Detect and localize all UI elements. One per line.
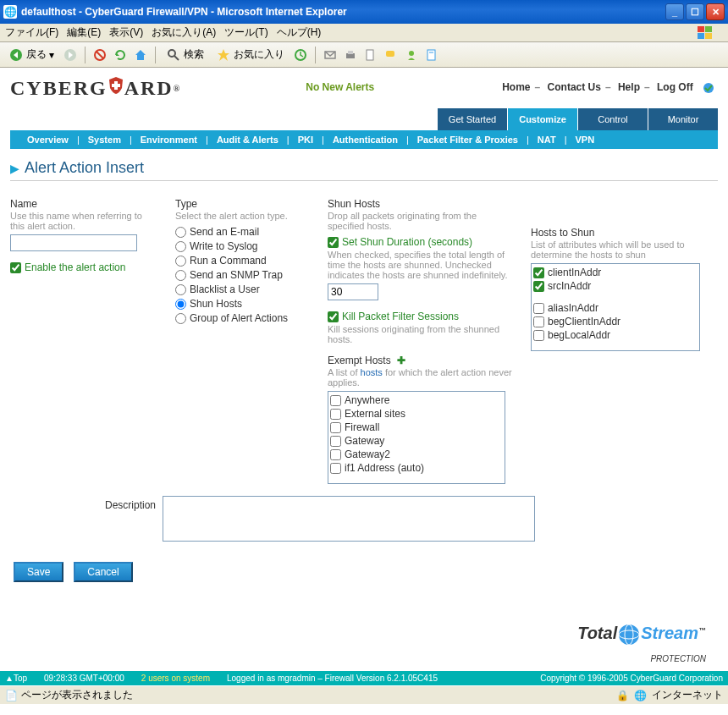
svg-point-8 <box>168 50 175 57</box>
list-item[interactable]: clientInAddr <box>533 266 698 279</box>
kill-sessions-checkbox[interactable] <box>328 311 339 322</box>
nav-packet-filter[interactable]: Packet Filter & Proxies <box>409 135 527 145</box>
nav-system[interactable]: System <box>80 135 130 145</box>
footer-login: Logged in as mgradmin – Firewall Version… <box>227 674 438 683</box>
shield-icon <box>108 76 124 100</box>
description-textarea[interactable] <box>163 496 535 542</box>
add-exempt-host-button[interactable]: ✚ <box>397 355 405 366</box>
page-title-arrow-icon: ▶ <box>10 162 19 175</box>
sub-navbar: Overview| System| Environment| Audit & A… <box>10 130 718 149</box>
status-text: ページが表示されました <box>21 688 133 702</box>
tab-monitor[interactable]: Monitor <box>648 108 718 130</box>
exempt-hosts-listbox[interactable]: AnywhereExternal sitesFirewallGatewayGat… <box>328 391 505 484</box>
type-radio-write-to-syslog[interactable]: Write to Syslog <box>175 240 311 252</box>
print-button[interactable] <box>343 47 358 63</box>
menu-tools[interactable]: ツール(T) <box>224 25 267 40</box>
duration-input[interactable] <box>328 283 378 300</box>
edit-button[interactable] <box>363 47 378 63</box>
nav-overview[interactable]: Overview <box>19 135 77 145</box>
nav-environment[interactable]: Environment <box>132 135 206 145</box>
svg-point-16 <box>409 51 414 56</box>
link-home[interactable]: Home <box>502 81 530 93</box>
tab-get-started[interactable]: Get Started <box>438 108 507 130</box>
minimize-button[interactable]: _ <box>665 3 684 20</box>
tab-customize[interactable]: Customize <box>508 108 577 130</box>
menu-favorites[interactable]: お気に入り(A) <box>152 25 216 40</box>
svg-rect-13 <box>348 51 353 54</box>
favorites-button[interactable]: お気に入り <box>212 46 288 64</box>
link-contact[interactable]: Contact Us <box>548 81 601 93</box>
list-item[interactable]: Anywhere <box>330 393 503 407</box>
hosts-to-shun-listbox[interactable]: clientInAddrsrcInAddraliasInAddrbegClien… <box>531 263 700 351</box>
footer-top-link[interactable]: ▲Top <box>5 674 27 683</box>
type-radio-run-a-command[interactable]: Run a Command <box>175 255 311 267</box>
home-button[interactable] <box>133 47 148 63</box>
star-icon <box>216 47 231 63</box>
list-item[interactable]: begClientInAddr <box>533 315 698 328</box>
description-label: Description <box>10 496 163 511</box>
list-item[interactable]: Gateway <box>330 434 503 448</box>
set-shun-duration-checkbox[interactable] <box>328 237 339 248</box>
menu-edit[interactable]: 編集(E) <box>67 25 101 40</box>
save-button[interactable]: Save <box>14 562 63 582</box>
link-logoff[interactable]: Log Off <box>657 81 693 93</box>
menu-file[interactable]: ファイル(F) <box>5 25 58 40</box>
list-item[interactable]: Gateway2 <box>330 448 503 461</box>
mail-button[interactable] <box>323 47 338 63</box>
nav-audit-alerts[interactable]: Audit & Alerts <box>208 135 287 145</box>
ie-icon: 🌐 <box>3 5 17 19</box>
svg-rect-15 <box>386 51 394 57</box>
nav-nat[interactable]: NAT <box>529 135 565 145</box>
hosts-link[interactable]: hosts <box>361 367 383 377</box>
svg-rect-3 <box>705 33 712 39</box>
windows-flag-icon <box>696 25 714 41</box>
enable-action-label: Enable the alert action <box>25 261 125 273</box>
search-icon <box>166 47 181 63</box>
name-input[interactable] <box>10 234 137 251</box>
svg-rect-17 <box>427 50 435 60</box>
list-item[interactable]: srcInAddr <box>533 279 698 293</box>
menu-help[interactable]: ヘルプ(H) <box>277 25 322 40</box>
type-radio-blacklist-a-user[interactable]: Blacklist a User <box>175 283 311 295</box>
globe-ok-icon <box>703 82 714 94</box>
list-item[interactable]: aliasInAddr <box>533 301 698 315</box>
refresh-button[interactable] <box>113 47 128 63</box>
nav-authentication[interactable]: Authentication <box>324 135 406 145</box>
menu-view[interactable]: 表示(V) <box>109 25 143 40</box>
nav-vpn[interactable]: VPN <box>566 135 603 145</box>
stop-button[interactable] <box>92 47 108 63</box>
mode-tabs: Get Started Customize Control Monitor <box>10 108 718 130</box>
list-item[interactable]: begLocalAddr <box>533 328 698 342</box>
nav-pki[interactable]: PKI <box>290 135 322 145</box>
svg-rect-2 <box>698 33 704 39</box>
type-radio-group-of-alert-actions[interactable]: Group of Alert Actions <box>175 312 311 324</box>
search-button[interactable]: 検索 <box>163 46 207 64</box>
back-icon <box>8 47 24 63</box>
lock-icon: 🔒 <box>616 690 629 701</box>
window-titlebar: 🌐 defaulthost - CyberGuard Firewall/VPN … <box>0 0 728 24</box>
history-button[interactable] <box>293 47 308 63</box>
research-button[interactable] <box>424 47 439 63</box>
alerts-status: No New Alerts <box>181 76 499 93</box>
link-help[interactable]: Help <box>618 81 640 93</box>
browser-statusbar: 📄 ページが表示されました 🔒 🌐 インターネット <box>0 685 728 704</box>
close-button[interactable]: ✕ <box>706 3 725 20</box>
maximize-button[interactable]: ☐ <box>686 3 704 20</box>
back-button[interactable]: 戻る ▾ <box>5 46 58 64</box>
forward-button[interactable] <box>63 47 78 63</box>
type-radio-send-an-e-mail[interactable]: Send an E-mail <box>175 226 311 238</box>
svg-point-22 <box>619 624 639 645</box>
type-radio-send-an-snmp-trap[interactable]: Send an SNMP Trap <box>175 269 311 281</box>
list-item[interactable]: if1 Address (auto) <box>330 461 503 475</box>
list-item[interactable]: External sites <box>330 407 503 421</box>
messenger-button[interactable] <box>404 47 419 63</box>
svg-point-21 <box>703 83 714 93</box>
cyberguard-logo: CYBERGARD® <box>10 76 181 100</box>
list-item[interactable]: Firewall <box>330 421 503 434</box>
tab-control[interactable]: Control <box>578 108 648 130</box>
type-radio-shun-hosts[interactable]: Shun Hosts <box>175 298 311 310</box>
duration-help: When checked, specifies the total length… <box>328 250 514 280</box>
enable-action-checkbox[interactable] <box>10 262 21 273</box>
cancel-button[interactable]: Cancel <box>74 562 132 582</box>
discuss-button[interactable] <box>383 47 399 63</box>
